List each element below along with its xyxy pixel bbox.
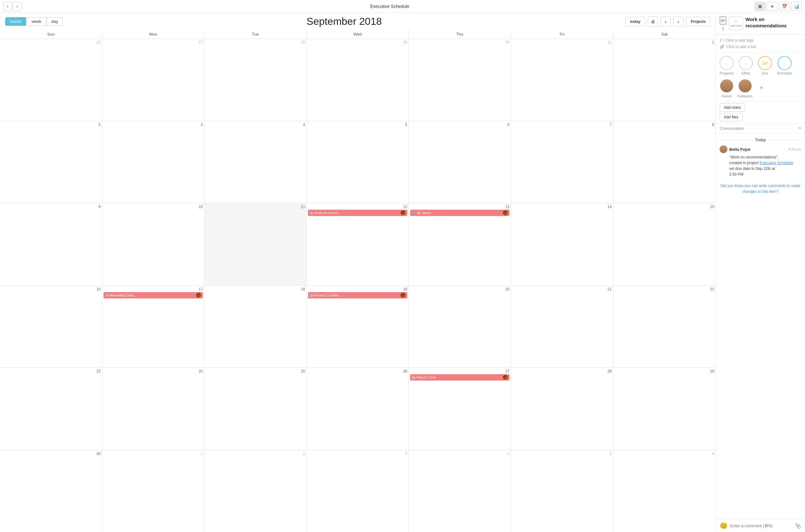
day-num-w1-d0: 2: [1, 122, 100, 127]
event-item-w2-d4-e0[interactable]: 🔗4p Jason: [410, 210, 510, 216]
day-cell-w4-d5[interactable]: 28: [511, 368, 613, 450]
day-cell-w0-d0[interactable]: 26: [0, 39, 102, 121]
day-cell-w5-d5[interactable]: 5: [511, 450, 613, 532]
nav-back-button[interactable]: ‹: [3, 2, 12, 11]
day-cell-w2-d1[interactable]: 10: [102, 203, 204, 285]
calendar-grid: Sun Mon Tue Wed Thu Fri Sat 262728293031…: [0, 30, 715, 532]
view-grid-button[interactable]: ⊞: [755, 2, 766, 11]
sidebar-top: ↩ ℹ + Add Icon Work on recommendations: [716, 13, 805, 35]
tab-month[interactable]: month: [5, 17, 26, 26]
day-cell-w5-d3[interactable]: 3: [307, 450, 409, 532]
today-button[interactable]: today: [625, 17, 645, 26]
message-body: "Work on recommendations", created in pr…: [720, 154, 801, 177]
event-item-w3-d3-e0[interactable]: 2p Preces Confere...: [308, 292, 407, 299]
add-files-button[interactable]: Add files: [720, 113, 743, 121]
day-cell-w4-d6[interactable]: 29: [613, 368, 715, 450]
day-cell-w4-d2[interactable]: 25: [204, 368, 307, 450]
owner-avatar[interactable]: [720, 79, 734, 93]
day-cell-w3-d5[interactable]: 21: [511, 286, 613, 368]
day-cell-w1-d3[interactable]: 5: [307, 121, 409, 203]
conversation-menu-icon[interactable]: ≡: [798, 125, 801, 131]
day-cell-w3-d1[interactable]: 177a Marketing Strar...: [102, 286, 204, 368]
day-cell-w1-d2[interactable]: 4: [204, 121, 307, 203]
add-person-button[interactable]: +: [756, 83, 767, 93]
due-button[interactable]: 1d: [758, 56, 772, 70]
attach-button[interactable]: 📎: [795, 523, 801, 529]
projects-button[interactable]: Projects: [686, 17, 710, 26]
day-cell-w0-d5[interactable]: 31: [511, 39, 613, 121]
tab-day[interactable]: day: [47, 17, 63, 26]
progress-button[interactable]: ...: [720, 56, 734, 70]
calendar-header: month week day September 2018 today 🖨 ‹ …: [0, 13, 715, 30]
event-item-w4-d4-e0[interactable]: 3p Report Time: [410, 374, 510, 381]
day-cell-w5-d6[interactable]: 6: [613, 450, 715, 532]
day-cell-w1-d4[interactable]: 6: [409, 121, 511, 203]
conversation-area: Conversation ≡ Today Bell: [716, 124, 805, 532]
event-label: 1p Work on recom...: [310, 211, 399, 215]
day-cell-w5-d1[interactable]: 1: [102, 450, 204, 532]
day-cell-w1-d0[interactable]: 2: [0, 121, 102, 203]
day-cell-w4-d4[interactable]: 273p Report Time: [409, 368, 511, 450]
day-cell-w5-d4[interactable]: 4: [409, 450, 511, 532]
event-avatar: [401, 210, 406, 215]
day-cell-w3-d4[interactable]: 20: [409, 286, 511, 368]
day-cell-w4-d0[interactable]: 23: [0, 368, 102, 450]
day-num-w4-d3: 26: [308, 369, 407, 374]
print-button[interactable]: 🖨: [648, 17, 658, 27]
day-cell-w1-d6[interactable]: 8: [613, 121, 715, 203]
event-item-w3-d1-e0[interactable]: 7a Marketing Strar...: [104, 292, 203, 299]
day-cell-w2-d4[interactable]: 13🔗4p Jason: [409, 203, 511, 285]
reminder-button[interactable]: ...: [777, 56, 792, 70]
week-row-2: 91011121p Work on recom...13🔗4p Jason141…: [0, 203, 715, 286]
add-notes-button[interactable]: Add notes: [720, 103, 745, 112]
day-cell-w5-d2[interactable]: 2: [204, 450, 307, 532]
day-cell-w2-d0[interactable]: 9: [0, 203, 102, 285]
day-cell-w1-d1[interactable]: 3: [102, 121, 204, 203]
day-cell-w5-d0[interactable]: 30: [0, 450, 102, 532]
day-cell-w2-d5[interactable]: 14: [511, 203, 613, 285]
day-cell-w4-d1[interactable]: 24: [102, 368, 204, 450]
day-num-w2-d2: 11: [206, 205, 305, 209]
effort-button[interactable]: ...: [739, 56, 753, 70]
event-item-w2-d3-e0[interactable]: 1p Work on recom...: [308, 210, 407, 216]
add-tags-row[interactable]: 🏷 Click to add tags: [720, 37, 801, 43]
info-button[interactable]: ℹ: [722, 26, 724, 31]
day-num-w1-d4: 6: [410, 122, 510, 127]
view-calendar-button[interactable]: 📅: [779, 2, 790, 11]
conversation-label: Conversation: [720, 126, 798, 131]
day-num-w3-d2: 18: [206, 287, 305, 291]
emoji-button[interactable]: 😊: [720, 522, 728, 529]
day-cell-w2-d2[interactable]: 11: [204, 203, 307, 285]
cal-prev-button[interactable]: ‹: [660, 17, 671, 27]
undo-button[interactable]: ↩: [720, 16, 726, 25]
day-cell-w0-d1[interactable]: 27: [102, 39, 204, 121]
comment-input[interactable]: [730, 524, 792, 528]
project-link[interactable]: Executive Schedule: [760, 161, 793, 165]
app-title: Executive Schedule: [25, 4, 755, 9]
day-cell-w0-d4[interactable]: 30: [409, 39, 511, 121]
day-cell-w0-d6[interactable]: 1: [613, 39, 715, 121]
event-avatar: [503, 375, 508, 380]
day-num-w4-d0: 23: [1, 369, 100, 374]
cal-next-button[interactable]: ›: [673, 17, 683, 27]
event-label: 2p Preces Confere...: [310, 293, 399, 297]
view-chart-button[interactable]: 📊: [791, 2, 802, 11]
day-cell-w2-d6[interactable]: 15: [613, 203, 715, 285]
day-cell-w3-d3[interactable]: 192p Preces Confere...: [307, 286, 409, 368]
followers-avatar[interactable]: [738, 79, 752, 93]
nav-forward-button[interactable]: ›: [13, 2, 22, 11]
add-icon-button[interactable]: + Add Icon: [729, 16, 743, 30]
day-cell-w4-d3[interactable]: 26: [307, 368, 409, 450]
day-cell-w3-d6[interactable]: 22: [613, 286, 715, 368]
day-cell-w3-d0[interactable]: 16: [0, 286, 102, 368]
tab-week[interactable]: week: [27, 17, 46, 26]
day-cell-w1-d5[interactable]: 7: [511, 121, 613, 203]
day-cell-w0-d3[interactable]: 29: [307, 39, 409, 121]
day-num-w5-d5: 5: [512, 452, 612, 456]
view-list-button[interactable]: ≡: [767, 2, 777, 11]
day-num-w3-d5: 21: [512, 287, 612, 291]
day-cell-w3-d2[interactable]: 18: [204, 286, 307, 368]
day-cell-w0-d2[interactable]: 28: [204, 39, 307, 121]
add-link-row[interactable]: 🔗 Click to add a link: [720, 43, 801, 50]
day-cell-w2-d3[interactable]: 121p Work on recom...: [307, 203, 409, 285]
